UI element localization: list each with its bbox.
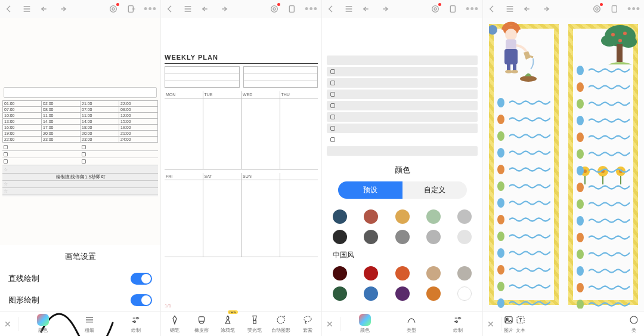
- tab-preset[interactable]: 预设: [338, 181, 402, 199]
- svg-point-12: [432, 6, 439, 13]
- checklist-row[interactable]: [327, 101, 478, 110]
- color-swatch[interactable]: [426, 230, 441, 244]
- toolbar-pen[interactable]: 钢笔: [162, 314, 188, 334]
- checklist-row[interactable]: [327, 112, 478, 122]
- undo-icon[interactable]: [200, 4, 211, 14]
- back-icon[interactable]: [4, 4, 14, 14]
- checklist-row[interactable]: [327, 78, 478, 88]
- color-swatch[interactable]: [364, 286, 378, 301]
- line-draw-label: 直线绘制: [8, 273, 39, 284]
- back-icon[interactable]: [487, 4, 497, 14]
- color-swatch[interactable]: [426, 266, 441, 280]
- svg-point-0: [110, 6, 117, 13]
- style-icon[interactable]: [108, 4, 119, 14]
- input-strip: [4, 87, 157, 98]
- add-page-icon[interactable]: [287, 4, 298, 14]
- planner-canvas: 01:0002:0021:0022:0007:0008:0007:0008:00…: [0, 18, 160, 245]
- color-swatch[interactable]: [457, 266, 472, 280]
- toolbar-hl[interactable]: 荧光笔: [242, 314, 268, 334]
- add-page-icon[interactable]: [126, 4, 137, 14]
- tab-custom[interactable]: 自定义: [402, 181, 467, 199]
- color-swatch[interactable]: [364, 266, 378, 280]
- undo-icon[interactable]: [39, 4, 50, 14]
- checklist-row[interactable]: [327, 67, 478, 76]
- color-swatch[interactable]: [364, 230, 378, 244]
- color-swatch[interactable]: [457, 209, 472, 224]
- redo-icon[interactable]: [218, 4, 229, 14]
- color-swatch[interactable]: [333, 266, 347, 280]
- redo-icon[interactable]: [379, 4, 390, 14]
- toolbar-color[interactable]: 颜色: [342, 314, 388, 334]
- back-icon[interactable]: [165, 4, 175, 14]
- svg-point-18: [596, 8, 598, 10]
- color-swatch[interactable]: [333, 286, 347, 301]
- shape-draw-toggle[interactable]: [131, 294, 152, 306]
- toolbar-image[interactable]: 图片: [503, 314, 515, 334]
- color-swatch[interactable]: [395, 209, 410, 224]
- list-icon[interactable]: [504, 4, 515, 14]
- svg-point-32: [611, 33, 615, 36]
- color-swatch[interactable]: [457, 230, 472, 244]
- svg-rect-35: [617, 44, 623, 62]
- list-icon[interactable]: [343, 4, 354, 14]
- checklist-row[interactable]: [327, 135, 478, 144]
- bottom-toolbar: ✕ 图片文本 类: [483, 311, 644, 336]
- toolbar-eraser[interactable]: 橡皮擦: [189, 314, 215, 334]
- toolbar-thickness[interactable]: 粗细: [66, 314, 113, 334]
- checklist-row[interactable]: [327, 90, 478, 99]
- color-swatch[interactable]: [426, 286, 441, 301]
- svg-point-31: [620, 36, 637, 48]
- style-icon[interactable]: [269, 4, 280, 14]
- toolbar-drawset[interactable]: 绘制: [435, 314, 481, 334]
- svg-point-27: [511, 70, 518, 73]
- redo-icon[interactable]: [540, 4, 551, 14]
- svg-point-30: [601, 35, 618, 47]
- toolbar-type[interactable]: 类型: [388, 314, 435, 334]
- color-swatch[interactable]: [457, 286, 472, 301]
- toolbar-cat-unknown[interactable]: 类: [625, 314, 643, 334]
- back-icon[interactable]: [326, 4, 336, 14]
- svg-point-20: [489, 25, 497, 35]
- color-swatch[interactable]: [395, 286, 410, 301]
- time-table: 01:0002:0021:0022:0007:0008:0007:0008:00…: [2, 100, 158, 143]
- svg-point-13: [434, 8, 436, 10]
- close-icon[interactable]: ✕: [324, 319, 335, 329]
- more-icon[interactable]: •••: [627, 6, 640, 12]
- toolbar-lasso[interactable]: 套索: [295, 314, 321, 334]
- list-icon[interactable]: [182, 4, 193, 14]
- svg-point-48: [630, 316, 637, 323]
- color-swatch[interactable]: [333, 230, 347, 244]
- list-icon[interactable]: [21, 4, 32, 14]
- screen-color-preset: ••• 颜色 预设 自定义: [322, 0, 483, 336]
- color-swatch[interactable]: [395, 230, 410, 244]
- close-icon[interactable]: ✕: [485, 319, 496, 329]
- toolbar-text[interactable]: 文本: [515, 314, 527, 334]
- toolbar-shape[interactable]: 自动图形: [268, 314, 294, 334]
- color-swatch[interactable]: [395, 266, 410, 280]
- checklist-row[interactable]: [327, 124, 478, 133]
- toolbar-drawset[interactable]: 绘制: [113, 314, 159, 334]
- svg-point-17: [594, 6, 600, 13]
- svg-point-11: [304, 316, 311, 322]
- more-icon[interactable]: •••: [466, 6, 479, 12]
- line-draw-toggle[interactable]: [131, 273, 152, 285]
- redo-icon[interactable]: [57, 4, 68, 14]
- toolbar-brush[interactable]: 涂鸦笔new: [215, 314, 241, 334]
- color-tabs: 预设 自定义: [322, 181, 482, 199]
- weekly-plan-canvas: WEEKLY PLAN MONTUEWEDTHU FRISATSUN 1/1: [161, 18, 321, 311]
- style-icon[interactable]: [430, 4, 441, 14]
- more-icon[interactable]: •••: [305, 6, 318, 12]
- toolbar-color[interactable]: 颜色: [20, 314, 66, 334]
- shape-draw-label: 图形绘制: [8, 295, 39, 306]
- undo-icon[interactable]: [361, 4, 372, 14]
- color-swatch[interactable]: [333, 209, 347, 224]
- topbar: •••: [0, 0, 160, 18]
- style-icon[interactable]: [592, 4, 602, 14]
- add-page-icon[interactable]: [609, 4, 620, 14]
- color-swatch[interactable]: [364, 209, 378, 224]
- undo-icon[interactable]: [522, 4, 533, 14]
- close-icon[interactable]: ✕: [2, 319, 13, 329]
- more-icon[interactable]: •••: [144, 6, 157, 12]
- add-page-icon[interactable]: [448, 4, 459, 14]
- color-swatch[interactable]: [426, 209, 441, 224]
